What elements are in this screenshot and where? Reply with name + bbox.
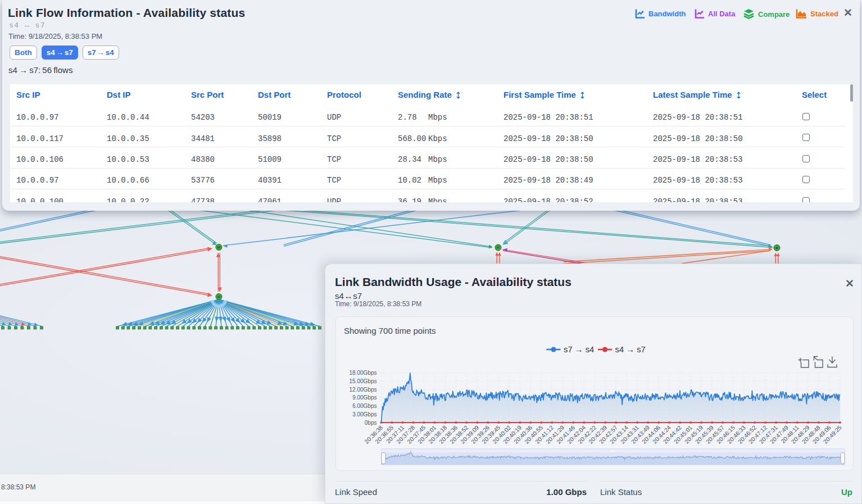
svg-text:9.00Gbps: 9.00Gbps xyxy=(352,394,376,401)
svg-text:s8: s8 xyxy=(775,247,778,249)
svg-text:18.00Gbps: 18.00Gbps xyxy=(350,370,377,376)
svg-text:15.00Gbps: 15.00Gbps xyxy=(350,378,377,384)
svg-text:s7: s7 xyxy=(497,246,500,249)
svg-text:Showing 700 time points: Showing 700 time points xyxy=(344,326,435,335)
svg-text:s6: s6 xyxy=(217,246,220,249)
svg-text:s2: s2 xyxy=(217,296,220,298)
svg-text:12.00Gbps: 12.00Gbps xyxy=(350,387,377,393)
svg-text:0bps: 0bps xyxy=(365,420,377,426)
svg-text:6.00Gbps: 6.00Gbps xyxy=(352,403,376,409)
svg-text:s4 → s7: s4 → s7 xyxy=(615,345,646,354)
svg-text:3.00Gbps: 3.00Gbps xyxy=(352,411,376,417)
svg-text:s7 → s4: s7 → s4 xyxy=(564,345,594,354)
